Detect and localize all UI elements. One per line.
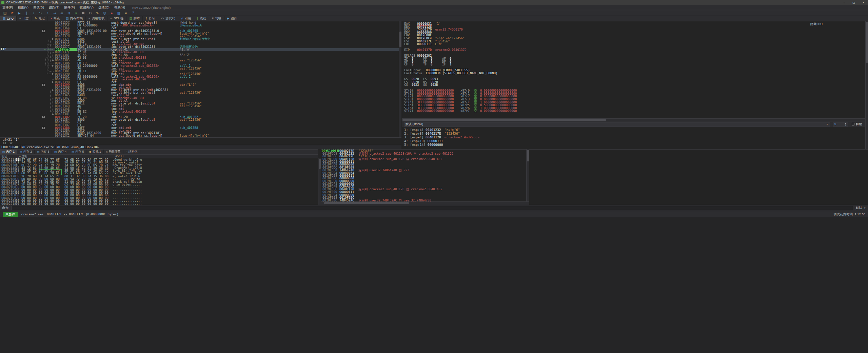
register-row[interactable]: EDX00000000 <box>404 31 865 34</box>
fpu-row[interactable]: ST(5)3FFE8000000000000000x87r5空0.5000000… <box>404 104 865 107</box>
args-count-stepper[interactable]: 5 ▲▼ <box>833 122 848 126</box>
tab-线程[interactable]: ∥线程 <box>194 16 209 21</box>
restart-icon[interactable]: ⟳ <box>8 11 16 16</box>
command-input[interactable] <box>12 206 853 210</box>
menu-item[interactable]: 收藏夹(V) <box>77 5 96 10</box>
menu-item[interactable]: 视图(V) <box>15 5 31 10</box>
menu-item[interactable]: 文件(F) <box>0 5 15 10</box>
unlock-toggle[interactable]: 解锁 <box>852 122 862 126</box>
tab-笔记[interactable]: ✎笔记 <box>32 16 48 21</box>
register-row[interactable]: EDI00000111L'đ' <box>404 43 865 46</box>
dump-tab-内存 3[interactable]: ▤内存 3 <box>35 149 52 154</box>
menu-item[interactable]: 跟踪(T) <box>46 5 62 10</box>
maximize-button[interactable]: ▢ <box>849 0 859 5</box>
dump-tab-内存 5[interactable]: ▤内存 5 <box>69 149 86 154</box>
hide-fpu-button[interactable]: 隐藏FPU <box>808 22 825 26</box>
tab-引用[interactable]: ⇄引用 <box>178 16 194 21</box>
minimize-button[interactable]: – <box>840 0 849 5</box>
settings-icon[interactable]: ✱ <box>80 11 87 16</box>
flag-row[interactable]: CF0TF0IF1 <box>404 63 865 66</box>
animate-into-icon[interactable]: ⇊ <box>58 11 65 16</box>
arg-row[interactable]: 1: [esp+4] 00401232"h=!@"6" <box>404 128 865 132</box>
arg-row[interactable]: 5: [esp+14] 00000000 <box>404 143 865 146</box>
registers-hscrollbar[interactable] <box>402 118 865 121</box>
stack-hscrollbar[interactable] <box>321 201 529 205</box>
dump-tab-内存 4[interactable]: ▤内存 4 <box>52 149 69 154</box>
fpu-row[interactable]: ST(6)3FFF8000000000000000x87r6空1.0000000… <box>404 107 865 110</box>
favourites-icon[interactable]: ★ <box>122 11 130 16</box>
fold-icon[interactable]: − <box>42 30 45 32</box>
dump-row[interactable]: 0040221800000000000000000000000000000000… <box>0 202 318 205</box>
command-profile-select[interactable]: 默认 ▼ <box>856 206 866 210</box>
pencil-icon[interactable]: ✎ <box>94 11 101 16</box>
fold-icon[interactable]: − <box>42 84 45 86</box>
open-file-icon[interactable]: ▤ <box>1 11 8 16</box>
dump-tab-结构体[interactable]: ≡结构体 <box>123 149 140 154</box>
segment-row[interactable]: ES002BDS002B <box>404 81 865 84</box>
dump-tab-监视 1[interactable]: ◉监视 1 <box>86 149 104 154</box>
segment-row[interactable]: CS0023SS002B <box>404 83 865 86</box>
tab-SEH链[interactable]: ∞SEH链 <box>107 16 126 21</box>
stack-hscrollbar-thumb[interactable] <box>324 202 409 204</box>
tab-脚本[interactable]: ▤脚本 <box>126 16 143 21</box>
dump-scrollbar[interactable] <box>318 158 321 205</box>
fpu-row[interactable]: ST(3)00000000000000000000x87r3空0.0000000… <box>404 98 865 101</box>
arg-row[interactable]: 3: [esp+C] 00401128<crackme2.WndProc> <box>404 135 865 139</box>
dump-tab-内存 1[interactable]: ▤内存 1 <box>0 149 17 154</box>
trace-into-icon[interactable]: » <box>73 11 80 16</box>
menu-item[interactable]: 插件(P) <box>62 5 77 10</box>
registers-vscrollbar-thumb[interactable] <box>866 22 868 63</box>
unlock-checkbox[interactable] <box>852 123 854 125</box>
help-icon[interactable]: ? <box>130 11 137 16</box>
fpu-row[interactable]: ST(7)00000000000000000000x87r7空0.0000000… <box>404 110 865 113</box>
fpu-row[interactable]: ST(4)3FFF8000000000000000x87r4空1.0000000… <box>404 101 865 104</box>
disasm-scrollbar[interactable] <box>399 21 401 137</box>
close-button[interactable]: ✕ <box>859 0 868 5</box>
registers-vscrollbar[interactable] <box>865 21 868 149</box>
fpu-row[interactable]: ST(0)00000000000000000000x87r0空0.0000000… <box>404 89 865 92</box>
disasm-scrollbar-thumb[interactable] <box>399 32 401 47</box>
fpu-row[interactable]: ST(2)00000000000000000000x87r2空0.0000000… <box>404 95 865 98</box>
tab-日志[interactable]: ≡日志 <box>17 16 32 21</box>
tab-断点[interactable]: ●断点 <box>48 16 63 21</box>
fold-icon[interactable]: − <box>42 116 45 118</box>
search-icon[interactable]: ◎ <box>101 11 108 16</box>
flag-row[interactable]: ZF0PF0AF0 <box>404 57 865 60</box>
dump-tab-内存 2[interactable]: ▤内存 2 <box>17 149 35 154</box>
arg-row[interactable]: 4: [esp+10] 00000111 <box>404 139 865 143</box>
fpu-row[interactable]: ST(1)00000000000000000000x87r1空0.0000000… <box>404 92 865 95</box>
execute-till-return-icon[interactable]: ↑ <box>44 11 51 16</box>
dump-tab-局部变量[interactable]: x局部变量 <box>104 149 123 154</box>
register-row[interactable]: EBP0019FDDC <box>404 34 865 37</box>
register-row[interactable]: ESI0040217E"123456" <box>404 40 865 43</box>
register-row-eip[interactable]: EIP0040137Dcrackme2.0040137D <box>404 48 865 52</box>
register-row[interactable]: EBX00401128 <box>404 25 865 28</box>
run-icon[interactable]: ▶ <box>16 11 23 16</box>
tab-符号[interactable]: ƒ符号 <box>143 16 158 21</box>
disasm-row[interactable]: 004013C28B7424 04mov esi,dword ptr ss:[e… <box>0 134 399 137</box>
menu-item[interactable]: 选项(O) <box>96 5 112 10</box>
stack-row[interactable]: 0019FE0C74D452AC返回到 user32.74D452AC 自 us… <box>322 199 526 201</box>
arg-row[interactable]: 2: [esp+8] 0040217E"123456" <box>404 132 865 135</box>
breakpoint-icon[interactable]: ● <box>108 11 115 16</box>
step-into-icon[interactable]: ↓ <box>30 11 37 16</box>
eflags-row[interactable]: EFLAGS00000202 <box>404 54 865 57</box>
menu-item[interactable]: 帮助(H) <box>112 5 127 10</box>
tab-内存布局[interactable]: ▤内存布局 <box>63 16 86 21</box>
animate-over-icon[interactable]: ⇉ <box>65 11 73 16</box>
tab-跟踪[interactable]: ▶跟踪 <box>224 16 240 21</box>
register-row[interactable]: ESP0019FDC4"-!@"=«&"123456" <box>404 37 865 40</box>
stack-vscrollbar[interactable] <box>526 149 529 201</box>
tab-源代码[interactable]: <>源代码 <box>158 16 178 21</box>
memory-icon[interactable]: ▦ <box>115 11 122 16</box>
tab-CPU[interactable]: ▦CPU <box>0 16 17 21</box>
segment-row[interactable]: GS002BFS0053 <box>404 78 865 81</box>
register-row[interactable]: EAX00000031'1' <box>404 22 865 25</box>
scissors-icon[interactable]: ✂ <box>87 11 94 16</box>
run-to-user-code-icon[interactable]: ⇒ <box>51 11 58 16</box>
calling-convention-select[interactable]: 默认 (stdcall) ▼ <box>404 122 830 126</box>
step-over-icon[interactable]: ↪ <box>37 11 44 16</box>
fold-icon[interactable]: − <box>42 127 45 129</box>
pause-icon[interactable]: ∥ <box>23 11 30 16</box>
register-row[interactable]: ECX74D50170user32.74D50170 <box>404 28 865 31</box>
